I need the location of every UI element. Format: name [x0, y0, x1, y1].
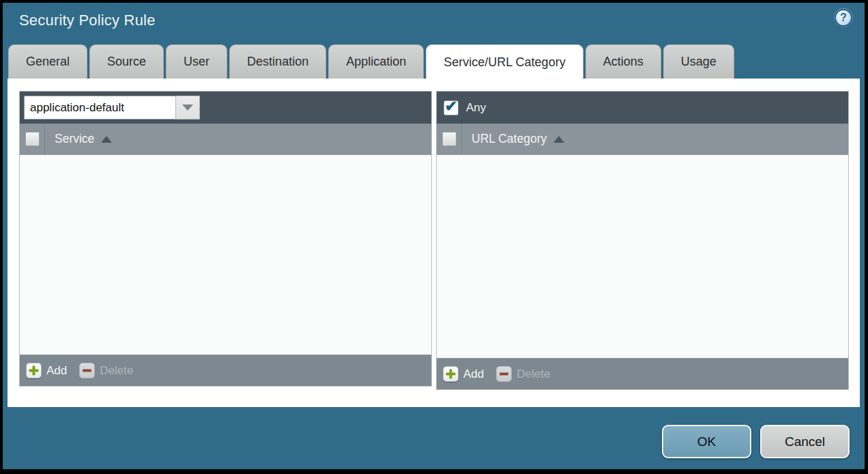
tab-service-url-category[interactable]: Service/URL Category — [426, 44, 583, 79]
tab-destination[interactable]: Destination — [229, 44, 326, 79]
url-category-select-all-cell — [437, 124, 462, 154]
dialog-title: Security Policy Rule — [19, 12, 156, 29]
service-select-all-cell — [20, 124, 45, 154]
sort-ascending-icon[interactable] — [553, 136, 564, 143]
tab-source[interactable]: Source — [89, 44, 164, 79]
service-column-header: Service — [20, 124, 431, 155]
chevron-down-icon — [182, 104, 193, 111]
service-select-all-checkbox[interactable] — [25, 132, 40, 146]
tab-user[interactable]: User — [166, 44, 227, 79]
service-column-label[interactable]: Service — [55, 132, 94, 146]
service-panel: Service Add — [19, 91, 432, 387]
checkmark-icon: ✔ — [445, 99, 457, 114]
plus-icon — [26, 363, 42, 378]
url-category-add-button[interactable]: Add — [443, 366, 484, 382]
tab-content-service-url-category: Service Add — [8, 79, 860, 407]
url-category-add-label: Add — [463, 367, 484, 381]
service-delete-button[interactable]: Delete — [79, 363, 133, 378]
tab-general[interactable]: General — [8, 44, 87, 79]
url-category-panel-footer: Add Delete — [437, 358, 848, 389]
tab-usage[interactable]: Usage — [663, 44, 734, 79]
sort-ascending-icon[interactable] — [101, 136, 112, 143]
service-delete-label: Delete — [100, 364, 133, 378]
security-policy-rule-dialog: Security Policy Rule ? General Source Us… — [3, 3, 865, 469]
service-add-button[interactable]: Add — [26, 363, 67, 378]
dialog-action-row: OK Cancel — [3, 425, 850, 458]
help-icon[interactable]: ? — [835, 9, 852, 27]
url-category-panel-topbar: ✔ Any — [437, 92, 848, 124]
minus-icon — [496, 366, 512, 382]
any-checkbox-label: Any — [466, 101, 486, 115]
url-category-table-body[interactable] — [437, 155, 848, 358]
service-type-input[interactable] — [24, 96, 175, 120]
service-table-body[interactable] — [20, 155, 431, 354]
tab-bar: General Source User Destination Applicat… — [3, 44, 865, 79]
url-category-delete-label: Delete — [517, 367, 550, 381]
service-type-dropdown-button[interactable] — [175, 96, 200, 120]
any-checkbox[interactable]: ✔ — [444, 100, 459, 115]
service-add-label: Add — [46, 364, 67, 378]
service-type-dropdown — [24, 96, 200, 120]
url-category-select-all-checkbox[interactable] — [442, 132, 457, 146]
url-category-delete-button[interactable]: Delete — [496, 366, 550, 382]
tab-actions[interactable]: Actions — [585, 44, 661, 79]
service-panel-topbar — [20, 92, 431, 124]
ok-button[interactable]: OK — [662, 425, 751, 458]
service-panel-footer: Add Delete — [20, 354, 431, 386]
titlebar: Security Policy Rule ? — [3, 3, 865, 44]
url-category-column-label[interactable]: URL Category — [472, 132, 547, 146]
tab-application[interactable]: Application — [328, 44, 424, 79]
url-category-column-header: URL Category — [437, 124, 848, 155]
plus-icon — [443, 366, 459, 382]
url-category-panel: ✔ Any URL Category — [436, 91, 849, 390]
minus-icon — [79, 363, 95, 378]
cancel-button[interactable]: Cancel — [760, 425, 850, 458]
any-checkbox-row: ✔ Any — [441, 100, 486, 115]
